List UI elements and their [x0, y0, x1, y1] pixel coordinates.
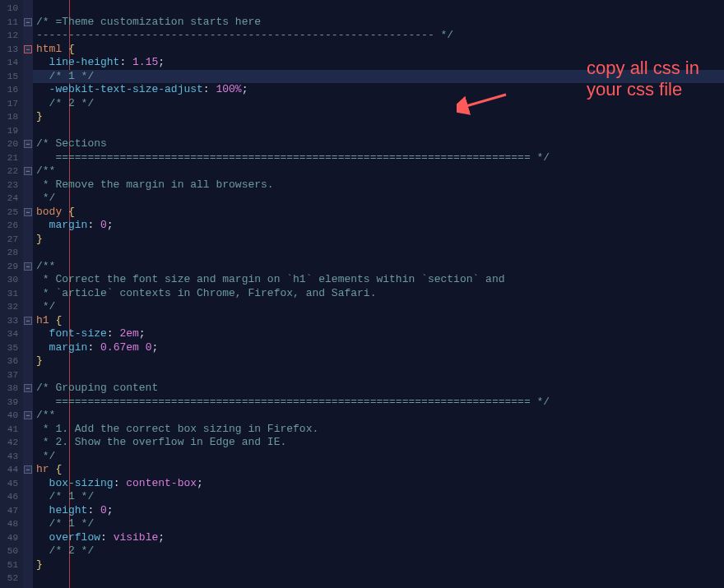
line-number: 44 — [0, 463, 23, 477]
code-line[interactable]: /** — [36, 260, 724, 274]
code-line[interactable]: } — [36, 558, 724, 572]
fold-toggle-icon[interactable]: − — [24, 411, 32, 419]
code-line[interactable]: html { — [36, 43, 724, 57]
code-token — [36, 490, 49, 502]
line-number: 41 — [0, 423, 23, 437]
line-number: 20 — [0, 137, 23, 151]
code-area[interactable]: /* =Theme customization starts here-----… — [33, 0, 724, 588]
code-line[interactable]: * Correct the font size and margin on `h… — [36, 273, 724, 287]
code-line[interactable]: /** — [36, 164, 724, 178]
code-line[interactable]: /* 1 */ — [36, 490, 724, 504]
code-line[interactable]: } — [36, 233, 724, 247]
code-token: { — [62, 206, 75, 218]
line-number: 43 — [0, 450, 23, 464]
code-token: /* 2 */ — [49, 97, 95, 109]
code-line[interactable] — [36, 246, 724, 260]
code-line[interactable]: * 2. Show the overflow in Edge and IE. — [36, 436, 724, 450]
code-token — [36, 477, 49, 489]
fold-toggle-icon[interactable]: − — [24, 384, 32, 392]
code-line[interactable]: /* 1 */ — [36, 517, 724, 531]
fold-toggle-icon[interactable]: − — [24, 465, 32, 474]
line-number: 30 — [0, 273, 23, 287]
code-token: ; — [139, 327, 146, 340]
code-token: */ — [36, 300, 55, 313]
code-line[interactable]: line-height: 1.15; — [36, 56, 724, 70]
code-token: * 2. Show the overflow in Edge and IE. — [36, 436, 286, 448]
code-line[interactable]: * Remove the margin in all browsers. — [36, 178, 724, 192]
code-line[interactable] — [36, 572, 724, 586]
code-line[interactable]: */ — [36, 192, 724, 206]
line-number: 23 — [0, 178, 23, 192]
code-token: * Correct the font size and margin on `h… — [36, 273, 505, 285]
code-token: /* 1 */ — [49, 70, 95, 82]
code-line[interactable]: margin: 0; — [36, 219, 724, 233]
code-line[interactable]: * 1. Add the correct box sizing in Firef… — [36, 423, 724, 437]
code-token: } — [36, 558, 43, 571]
code-line[interactable]: -webkit-text-size-adjust: 100%; — [36, 83, 724, 97]
code-token: : — [87, 504, 100, 516]
code-line[interactable] — [36, 2, 724, 16]
line-number: 51 — [0, 558, 23, 572]
fold-toggle-icon[interactable]: − — [24, 140, 32, 148]
fold-toggle-icon[interactable]: − — [24, 208, 32, 216]
code-token: html — [36, 43, 62, 55]
code-line[interactable] — [36, 124, 724, 138]
code-line[interactable]: ========================================… — [36, 151, 724, 165]
code-line[interactable]: ----------------------------------------… — [36, 29, 724, 43]
code-line[interactable]: } — [36, 110, 724, 124]
code-token: /** — [36, 260, 55, 272]
code-token: 2em — [119, 327, 138, 340]
code-line[interactable]: /* 2 */ — [36, 544, 724, 558]
code-line[interactable]: box-sizing: content-box; — [36, 477, 724, 491]
code-token — [36, 517, 49, 530]
line-number: 19 — [0, 124, 23, 138]
code-line[interactable]: /** — [36, 409, 724, 423]
code-token — [36, 83, 49, 95]
code-token: /** — [36, 409, 55, 421]
code-line[interactable]: body { — [36, 206, 724, 220]
code-line[interactable]: overflow: visible; — [36, 531, 724, 545]
code-line[interactable]: font-size: 2em; — [36, 327, 724, 341]
code-line[interactable]: margin: 0.67em 0; — [36, 341, 724, 355]
code-token: /* 1 */ — [49, 517, 95, 530]
code-line[interactable]: /* Sections — [36, 137, 724, 151]
fold-toggle-icon[interactable]: − — [24, 18, 32, 26]
code-line[interactable]: /* =Theme customization starts here — [36, 16, 724, 30]
line-number: 47 — [0, 504, 23, 518]
code-token: line-height — [49, 56, 120, 68]
code-token: : — [203, 83, 216, 95]
code-line[interactable]: * `article` contexts in Chrome, Firefox,… — [36, 287, 724, 301]
code-token: height — [49, 504, 88, 516]
code-line[interactable]: hr { — [36, 463, 724, 477]
code-token: 0 — [100, 219, 107, 231]
code-token: : — [114, 477, 127, 489]
code-token: * 1. Add the correct box sizing in Firef… — [36, 423, 318, 435]
code-line[interactable] — [36, 368, 724, 382]
code-token — [36, 97, 49, 109]
code-token — [36, 544, 49, 557]
fold-toggle-icon[interactable]: − — [24, 317, 32, 325]
code-token: /* =Theme customization starts here — [36, 16, 261, 28]
code-line[interactable]: /* 1 */ — [36, 70, 724, 84]
code-line[interactable]: ========================================… — [36, 396, 724, 410]
code-token: { — [49, 463, 63, 475]
fold-toggle-icon[interactable]: − — [24, 167, 32, 175]
fold-toggle-icon[interactable]: − — [24, 45, 32, 53]
code-line[interactable]: */ — [36, 300, 724, 314]
code-editor[interactable]: 1011121314151617181920212223242526272829… — [0, 0, 724, 588]
code-line[interactable]: /* Grouping content — [36, 382, 724, 396]
code-token: ; — [151, 341, 158, 354]
code-token: 0.67em 0 — [100, 341, 151, 354]
code-line[interactable]: h1 { — [36, 314, 724, 328]
fold-column[interactable]: −−−−−−−−−− — [23, 0, 33, 588]
fold-toggle-icon[interactable]: − — [24, 262, 32, 271]
code-line[interactable]: height: 0; — [36, 504, 724, 518]
code-token — [36, 327, 49, 340]
code-line[interactable]: */ — [36, 450, 724, 464]
code-token: overflow — [49, 531, 100, 544]
code-token: 1.15 — [132, 56, 158, 68]
line-number: 36 — [0, 354, 23, 368]
line-number: 15 — [0, 70, 23, 84]
code-line[interactable]: /* 2 */ — [36, 97, 724, 111]
code-line[interactable]: } — [36, 354, 724, 368]
